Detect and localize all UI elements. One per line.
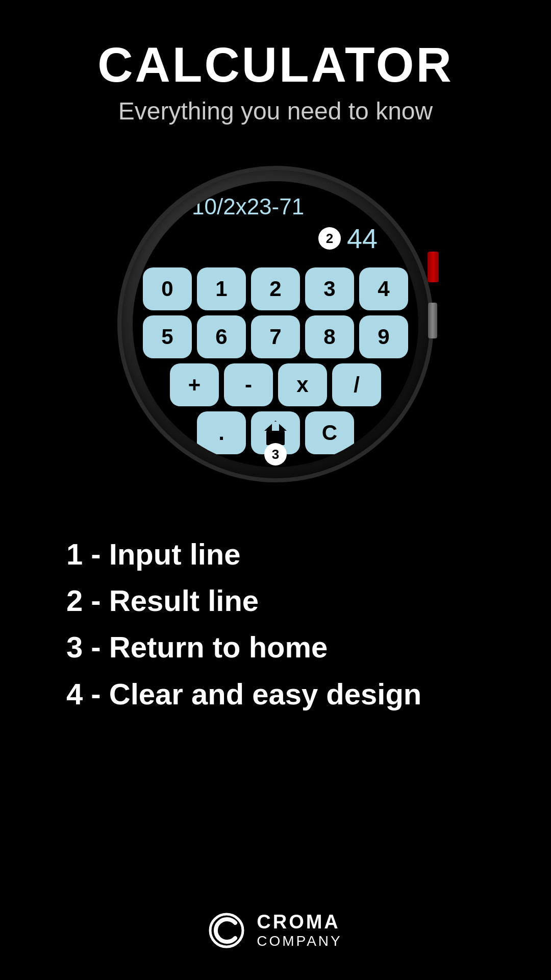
crown-bottom bbox=[428, 303, 437, 338]
btn-clear[interactable]: C bbox=[305, 411, 354, 454]
btn-6[interactable]: 6 bbox=[197, 315, 246, 358]
btn-1[interactable]: 1 bbox=[197, 267, 246, 310]
features-list: 1 - Input line 2 - Result line 3 - Retur… bbox=[46, 533, 505, 720]
watch-screen: 1 10/2x23-71 2 44 0 1 2 3 4 bbox=[133, 181, 418, 467]
btn-4[interactable]: 4 bbox=[359, 267, 408, 310]
result-value: 44 bbox=[347, 223, 378, 254]
btn-home[interactable]: 3 bbox=[251, 411, 300, 454]
btn-multiply[interactable]: x bbox=[278, 363, 327, 406]
footer: CROMA COMPANY bbox=[209, 870, 342, 980]
badge-3: 3 bbox=[264, 443, 287, 465]
feature-1: 1 - Input line bbox=[66, 533, 505, 575]
input-expression: 10/2x23-71 bbox=[192, 194, 304, 219]
btn-divide[interactable]: / bbox=[332, 363, 381, 406]
watch-bezel: 1 10/2x23-71 2 44 0 1 2 3 4 bbox=[117, 166, 434, 482]
btn-9[interactable]: 9 bbox=[359, 315, 408, 358]
btn-3[interactable]: 3 bbox=[305, 267, 354, 310]
header: CALCULATOR Everything you need to know bbox=[97, 37, 454, 125]
page-subtitle: Everything you need to know bbox=[97, 97, 454, 125]
btn-8[interactable]: 8 bbox=[305, 315, 354, 358]
btn-7[interactable]: 7 bbox=[251, 315, 300, 358]
btn-2[interactable]: 2 bbox=[251, 267, 300, 310]
btn-0[interactable]: 0 bbox=[143, 267, 192, 310]
croma-text: CROMA COMPANY bbox=[257, 911, 342, 949]
btn-dot[interactable]: . bbox=[197, 411, 246, 454]
page-title: CALCULATOR bbox=[97, 37, 454, 93]
button-row-3: + - x / bbox=[170, 363, 381, 406]
calc-buttons: 0 1 2 3 4 5 6 7 8 9 + - bbox=[143, 267, 408, 454]
badge-2: 2 bbox=[318, 227, 341, 250]
feature-2: 2 - Result line bbox=[66, 580, 505, 621]
btn-minus[interactable]: - bbox=[224, 363, 273, 406]
brand-sub: COMPANY bbox=[257, 933, 342, 949]
display-area: 1 10/2x23-71 2 44 bbox=[133, 194, 418, 254]
home-door bbox=[272, 422, 279, 431]
button-row-1: 0 1 2 3 4 bbox=[143, 267, 408, 310]
btn-plus[interactable]: + bbox=[170, 363, 219, 406]
input-line-row: 1 10/2x23-71 bbox=[153, 194, 398, 219]
crown-top bbox=[428, 252, 439, 282]
badge-1: 1 bbox=[163, 195, 186, 218]
watch-display: 1 10/2x23-71 2 44 0 1 2 3 4 bbox=[117, 166, 434, 482]
croma-logo-icon bbox=[209, 913, 244, 948]
button-row-2: 5 6 7 8 9 bbox=[143, 315, 408, 358]
feature-4: 4 - Clear and easy design bbox=[66, 673, 505, 715]
feature-3: 3 - Return to home bbox=[66, 626, 505, 668]
result-line-row: 2 44 bbox=[153, 223, 398, 254]
brand-name: CROMA bbox=[257, 911, 342, 933]
button-row-4: . 3 C bbox=[197, 411, 354, 454]
home-icon bbox=[264, 421, 287, 445]
btn-5[interactable]: 5 bbox=[143, 315, 192, 358]
